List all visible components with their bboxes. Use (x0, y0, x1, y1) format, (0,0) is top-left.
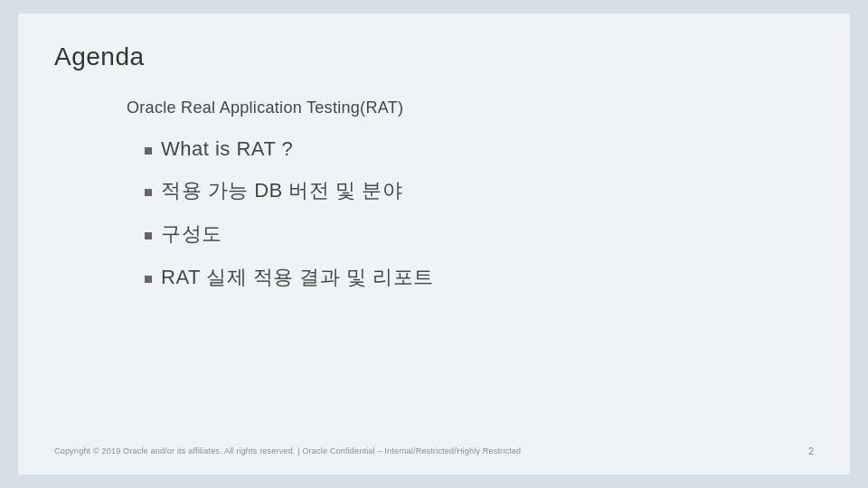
bullet-icon (145, 189, 152, 196)
bullet-text: 구성도 (161, 221, 222, 248)
bullet-text: 적용 가능 DB 버전 및 분야 (161, 177, 402, 204)
footer: Copyright © 2019 Oracle and/or its affil… (54, 436, 814, 456)
slide: Agenda Oracle Real Application Testing(R… (18, 14, 850, 474)
list-item: 적용 가능 DB 버전 및 분야 (145, 177, 814, 204)
bullet-icon (145, 232, 152, 239)
bullet-icon (145, 147, 152, 155)
bullet-icon (145, 276, 152, 283)
list-item: RAT 실제 적용 결과 및 리포트 (145, 264, 814, 291)
content-area: Oracle Real Application Testing(RAT) Wha… (54, 99, 814, 436)
bullet-text: RAT 실제 적용 결과 및 리포트 (161, 264, 434, 291)
footer-copyright: Copyright © 2019 Oracle and/or its affil… (54, 446, 521, 455)
section-title: Oracle Real Application Testing(RAT) (127, 99, 814, 117)
bullet-list: What is RAT ? 적용 가능 DB 버전 및 분야 구성도 RAT 실… (127, 137, 814, 291)
slide-title: Agenda (54, 42, 814, 71)
bullet-text: What is RAT ? (161, 137, 293, 161)
list-item: 구성도 (145, 221, 814, 248)
list-item: What is RAT ? (145, 137, 814, 161)
footer-page-number: 2 (808, 446, 814, 456)
